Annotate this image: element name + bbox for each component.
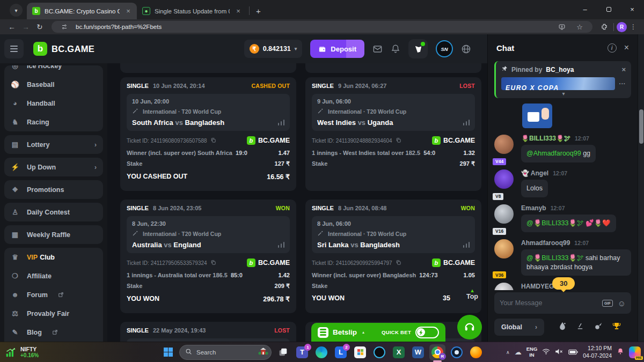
avatar[interactable] [494, 135, 514, 154]
quick-bet-toggle[interactable] [415, 327, 439, 338]
live-support-button[interactable] [457, 315, 482, 339]
start-button[interactable] [160, 344, 176, 360]
username[interactable]: Ahmadfarooq99 [521, 239, 570, 247]
language-indicator[interactable]: ENGIN [526, 346, 538, 358]
clock[interactable]: 12:10 PM04-07-2024 [583, 345, 612, 359]
linkedin-app[interactable]: L2 [333, 344, 349, 360]
pinned-expand-icon[interactable]: ▾ [501, 90, 626, 97]
user-mention[interactable]: @🌷BILLI333🌷🕊 [526, 254, 583, 262]
sidebar-item-affiliate[interactable]: ❍Affiliate [4, 267, 103, 285]
notification-bell-icon[interactable] [617, 348, 624, 357]
edge-app[interactable] [313, 344, 330, 360]
user-avatar[interactable]: SN [436, 40, 453, 57]
pinned-more-icon[interactable]: ··· [619, 80, 626, 87]
firefox-app[interactable] [468, 344, 484, 360]
volume-muted-icon[interactable] [555, 348, 564, 357]
browser-tab-active[interactable]: b BC.GAME: Crypto Casino Games × [27, 3, 137, 19]
teams-app[interactable]: T1 [294, 344, 310, 360]
sidebar-item-daily-contest[interactable]: ♙Daily Contest [4, 203, 103, 221]
bcgame-logo[interactable]: b BC.GAME [33, 42, 94, 56]
deposit-button[interactable]: Deposit [310, 40, 364, 58]
globe-language-icon[interactable] [461, 44, 471, 54]
hidden-icons-chevron[interactable]: ∧ [506, 350, 510, 355]
reload-button[interactable]: ↻ [33, 23, 46, 31]
install-icon[interactable] [555, 24, 568, 31]
stats-icon[interactable] [278, 120, 285, 125]
sidebar-item-handball[interactable]: ◕Handball [4, 94, 103, 113]
sidebar-item-provably-fair[interactable]: ⚖Provably Fair [4, 304, 103, 323]
maximize-button[interactable] [597, 0, 620, 18]
new-tab-button[interactable]: + [256, 6, 261, 16]
address-bar[interactable]: bc.fun/sports?bt-path=%2Fbets ☆ [52, 21, 592, 33]
sidebar-item-ice-hockey[interactable]: ◎Ice Hockey [4, 65, 103, 75]
chat-rules-icon[interactable] [576, 322, 584, 332]
pinned-close-icon[interactable]: × [621, 65, 626, 73]
close-window-button[interactable]: × [620, 0, 644, 18]
bookmark-star-icon[interactable]: ☆ [573, 23, 586, 31]
copy-icon[interactable] [396, 260, 401, 267]
stats-icon[interactable] [278, 242, 285, 248]
leaderboard-trophy-icon[interactable] [612, 322, 621, 333]
browser-tab[interactable]: ● Single Status Update from 07/0 × [137, 3, 247, 19]
username[interactable]: HAMDYEG [521, 283, 554, 290]
copy-icon[interactable] [210, 137, 216, 144]
avatar[interactable] [494, 239, 514, 258]
avatar[interactable] [494, 204, 514, 224]
username[interactable]: 👻 Angel [521, 169, 548, 177]
notifications-bell-icon[interactable] [391, 44, 400, 54]
balance-selector[interactable]: ₹ 0.842131 ▾ [244, 40, 303, 58]
chat-message-input[interactable] [500, 299, 597, 307]
hamburger-menu-button[interactable] [4, 39, 24, 58]
taskbar-widget[interactable]: NIFTY+0.16% [5, 346, 39, 359]
username[interactable]: Emanyb [521, 204, 546, 212]
tab-search-button[interactable]: ▾ [10, 4, 23, 17]
onedrive-cloud-icon[interactable]: ☁ [515, 348, 522, 356]
alexa-app[interactable] [371, 344, 387, 360]
avatar[interactable] [494, 283, 514, 290]
extensions-icon[interactable] [598, 23, 611, 31]
url-text[interactable]: bc.fun/sports?bt-path=%2Fbets [76, 24, 551, 30]
copy-icon[interactable] [210, 260, 216, 267]
username[interactable]: 🌷BILLI333🌷🕊 [521, 135, 570, 142]
task-view-button[interactable] [275, 344, 291, 360]
betslip-bar[interactable]: Betslip ▴ QUICK BET [311, 323, 445, 342]
sidebar-item-lottery[interactable]: ▤Lottery› [4, 135, 103, 154]
betslip-header-button[interactable] [408, 39, 428, 58]
sidebar-item-racing[interactable]: ♞Racing [4, 113, 103, 131]
sidebar-item-weekly-raffle[interactable]: ▦Weekly Raffle [4, 225, 103, 244]
sidebar-item-baseball[interactable]: ⚾Baseball [4, 75, 103, 94]
wifi-icon[interactable] [542, 348, 550, 357]
stats-icon[interactable] [463, 120, 470, 125]
page-scrollbar[interactable] [638, 34, 644, 342]
chat-image-message[interactable] [522, 104, 552, 128]
coindrop-icon[interactable] [594, 322, 602, 333]
back-button[interactable]: ← [5, 23, 18, 31]
rain-feature-icon[interactable] [559, 322, 566, 333]
mail-icon[interactable] [372, 44, 383, 54]
browser-menu-icon[interactable]: ⋮ [628, 23, 639, 31]
search-highlight-icon[interactable] [258, 347, 268, 357]
event-box[interactable]: 9 Jun, 06:00 International · T20 World C… [312, 94, 475, 131]
sidebar-item-vip-club[interactable]: ♛VIPClub [4, 248, 103, 267]
user-mention[interactable]: @🌷BILLI333🌷🕊 [526, 219, 583, 227]
pinned-banner-image[interactable]: EURO X COPA [501, 77, 615, 90]
microsoft-store-app[interactable] [352, 344, 368, 360]
avatar[interactable] [494, 169, 514, 189]
excel-app[interactable]: X [391, 344, 407, 360]
tab-close-icon[interactable]: × [234, 7, 243, 15]
event-box[interactable]: 8 Jun, 22:30 International · T20 World C… [127, 216, 290, 253]
gif-picker-icon[interactable]: GIF [602, 300, 613, 307]
word-app[interactable]: W [410, 344, 426, 360]
chrome-app-active[interactable]: R [429, 344, 445, 360]
collapse-caret-icon[interactable]: ▴ [362, 330, 364, 335]
stats-icon[interactable] [463, 242, 470, 248]
user-mention[interactable]: @Ahmadfarooq99 [526, 150, 581, 157]
chat-close-icon[interactable]: × [624, 43, 629, 53]
minimize-button[interactable]: – [573, 0, 597, 18]
site-settings-icon[interactable] [58, 24, 71, 30]
blue-ring-app[interactable] [449, 344, 465, 360]
sidebar-item-up-down[interactable]: ⚡Up Down› [4, 158, 103, 176]
sidebar-item-blog[interactable]: ✎Blog [4, 323, 103, 342]
chat-info-icon[interactable]: i [608, 43, 617, 53]
scroll-to-top-button[interactable]: ▴ Top [466, 287, 478, 301]
